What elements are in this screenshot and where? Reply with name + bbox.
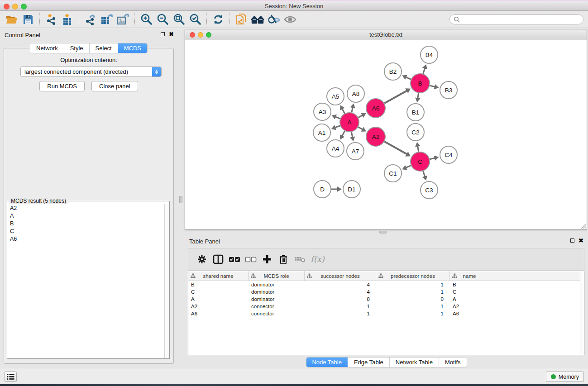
graph-edge-A6-B[interactable] xyxy=(384,88,411,103)
mcds-result-item[interactable]: A6 xyxy=(8,235,164,243)
network-canvas[interactable]: B4B2BB3A5A8A6B1A3AC2A1A2A4A7C4CC1C3DD1 xyxy=(185,40,587,229)
column-header[interactable]: predecessor nodes xyxy=(376,271,450,281)
new-network-from-file-button[interactable] xyxy=(233,12,249,27)
table-cell[interactable]: C xyxy=(450,289,489,295)
table-cell[interactable]: A2 xyxy=(450,304,489,309)
refresh-button[interactable] xyxy=(210,12,226,27)
mcds-result-list[interactable]: A2ABCA6 xyxy=(8,204,164,358)
deselect-all-rows-button[interactable] xyxy=(243,252,259,267)
graph-node-C4[interactable]: C4 xyxy=(440,146,457,163)
graph-edge-A-A2[interactable] xyxy=(358,127,366,131)
table-cell[interactable]: 0 xyxy=(376,296,450,302)
graph-node-C[interactable]: C xyxy=(411,152,430,171)
import-network-button[interactable] xyxy=(43,12,59,27)
table-cell[interactable]: C xyxy=(188,289,249,295)
table-cell[interactable]: 1 xyxy=(376,304,450,309)
graph-edge-C-C3[interactable] xyxy=(422,171,427,181)
tab-network-table[interactable]: Network Table xyxy=(390,357,439,367)
destroy-table-button[interactable] xyxy=(292,252,308,267)
mcds-result-item[interactable]: A xyxy=(8,212,164,219)
table-cell[interactable]: 1 xyxy=(376,282,450,287)
table-cell[interactable]: 8 xyxy=(305,296,376,302)
function-builder-button[interactable]: f(x) xyxy=(311,254,325,264)
search-field[interactable] xyxy=(449,14,583,24)
open-session-button[interactable] xyxy=(4,12,20,27)
tab-select[interactable]: Select xyxy=(90,43,118,53)
graph-edge-C-C4[interactable] xyxy=(430,156,439,161)
resize-grip-icon[interactable] xyxy=(580,223,586,229)
zoom-in-button[interactable] xyxy=(138,12,154,27)
tab-network[interactable]: Network xyxy=(30,43,64,53)
close-panel-icon[interactable]: ✖ xyxy=(169,32,174,36)
table-cell[interactable]: 1 xyxy=(305,304,376,309)
graph-node-A2[interactable]: A2 xyxy=(366,127,385,146)
graph-node-A7[interactable]: A7 xyxy=(347,143,364,160)
search-input[interactable] xyxy=(462,16,579,23)
graph-node-B[interactable]: B xyxy=(411,74,430,93)
table-row[interactable]: Adominator80A xyxy=(188,295,584,303)
graph-edge-B-B3[interactable] xyxy=(430,84,439,89)
graph-node-A1[interactable]: A1 xyxy=(313,124,330,141)
task-history-button[interactable] xyxy=(5,372,17,382)
table-cell[interactable]: 1 xyxy=(376,311,450,316)
graph-edge-A2-C[interactable] xyxy=(384,142,411,157)
zoom-selected-button[interactable] xyxy=(187,12,203,27)
graph-edge-D-D1[interactable] xyxy=(331,186,342,192)
graph-edge-A-A8[interactable] xyxy=(350,103,355,112)
table-cell[interactable]: A2 xyxy=(188,304,249,309)
tab-mcds[interactable]: MCDS xyxy=(118,43,147,53)
table-row[interactable]: A6connector11A6 xyxy=(188,310,584,317)
table-cell[interactable]: 4 xyxy=(305,289,376,295)
export-network-button[interactable] xyxy=(82,12,99,27)
table-cell[interactable]: 4 xyxy=(305,282,376,287)
network-window-titlebar[interactable]: testGlobe.txt xyxy=(185,29,587,40)
graph-node-A6[interactable]: A6 xyxy=(366,99,385,118)
graph-node-B1[interactable]: B1 xyxy=(407,104,424,121)
table-cell[interactable]: A6 xyxy=(450,311,489,316)
tab-edge-table[interactable]: Edge Table xyxy=(348,357,390,367)
mcds-result-item[interactable]: A2 xyxy=(8,204,164,212)
graph-node-D1[interactable]: D1 xyxy=(343,181,360,198)
graph-edge-B-B4[interactable] xyxy=(422,64,427,74)
hide-glasses-button[interactable] xyxy=(266,12,282,27)
result-scrollbar[interactable] xyxy=(164,204,169,358)
table-row[interactable]: A2connector11A2 xyxy=(188,303,584,310)
mcds-result-item[interactable]: B xyxy=(8,219,164,227)
table-cell[interactable]: A xyxy=(188,296,249,302)
graph-edge-C-C2[interactable] xyxy=(415,142,420,152)
table-settings-button[interactable] xyxy=(194,252,210,267)
show-hide-button[interactable] xyxy=(282,12,298,27)
float-table-panel-icon[interactable] xyxy=(570,238,574,243)
graph-edge-B-B2[interactable] xyxy=(402,75,411,80)
graph-edge-A-A4[interactable] xyxy=(340,131,345,139)
tab-style[interactable]: Style xyxy=(64,43,90,53)
tab-motifs[interactable]: Motifs xyxy=(439,357,467,367)
memory-button[interactable]: Memory xyxy=(546,372,584,382)
graph-edge-A-A1[interactable] xyxy=(331,125,340,130)
table-cell[interactable]: connector xyxy=(249,311,305,316)
table-cell[interactable]: 1 xyxy=(376,289,450,295)
graph-node-C2[interactable]: C2 xyxy=(407,124,424,141)
run-mcds-button[interactable]: Run MCDS xyxy=(39,81,85,91)
table-scrollbar[interactable] xyxy=(580,271,584,355)
create-column-button[interactable] xyxy=(259,252,275,267)
home-button[interactable] xyxy=(249,12,266,27)
graph-edge-B-B1[interactable] xyxy=(415,93,420,103)
graph-edge-A-A6[interactable] xyxy=(358,113,366,118)
table-cell[interactable]: connector xyxy=(249,304,305,309)
zoom-fit-button[interactable] xyxy=(171,12,187,27)
vertical-splitter-handle[interactable] xyxy=(179,196,182,203)
graph-node-C3[interactable]: C3 xyxy=(421,181,438,199)
graph-node-B4[interactable]: B4 xyxy=(421,46,438,63)
graph-edge-A-A5[interactable] xyxy=(340,105,344,113)
float-panel-icon[interactable] xyxy=(161,32,165,36)
delete-columns-button[interactable] xyxy=(275,252,292,267)
show-columns-button[interactable] xyxy=(210,252,226,267)
save-session-button[interactable] xyxy=(20,12,36,27)
column-header[interactable]: successor nodes xyxy=(305,271,376,281)
zoom-out-button[interactable] xyxy=(154,12,171,27)
graph-edge-A-A7[interactable] xyxy=(350,132,355,142)
criterion-dropdown[interactable]: largest connected component (directed) xyxy=(20,67,162,77)
table-cell[interactable]: B xyxy=(450,282,489,287)
table-row[interactable]: Cdominator41C xyxy=(188,288,584,295)
